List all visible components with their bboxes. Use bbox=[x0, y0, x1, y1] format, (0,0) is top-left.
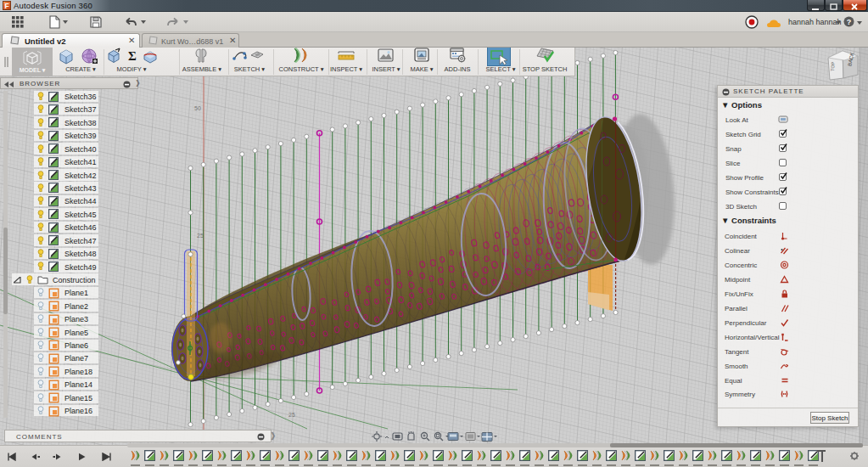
svg-text:Σ: Σ bbox=[128, 49, 137, 63]
svg-text:50: 50 bbox=[194, 105, 201, 111]
svg-text:TOP: TOP bbox=[830, 61, 836, 71]
svg-text:25: 25 bbox=[288, 412, 295, 418]
svg-text:?: ? bbox=[847, 18, 852, 26]
svg-text:25: 25 bbox=[197, 233, 204, 239]
